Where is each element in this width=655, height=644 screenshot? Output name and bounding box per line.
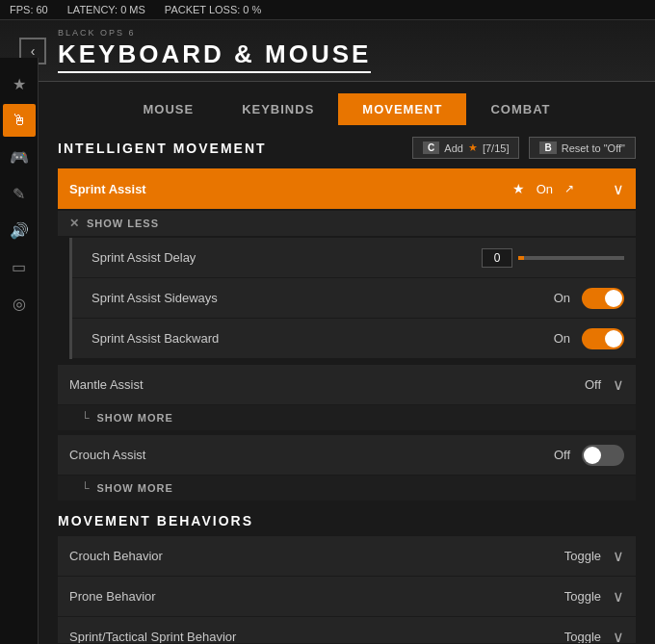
mantle-assist-row[interactable]: Mantle Assist Off ∨: [58, 365, 636, 405]
sprint-assist-star[interactable]: ★: [512, 181, 525, 196]
page-header: ‹ BLACK OPS 6 KEYBOARD & MOUSE: [0, 20, 655, 82]
main-content: INTELLIGENT MOVEMENT C Add ★ [7/15] B Re…: [39, 125, 655, 643]
crouch-assist-label: Crouch Assist: [69, 448, 554, 462]
sidebar-icon-display[interactable]: ▭: [3, 250, 36, 283]
sprint-behavior-chevron: ∨: [613, 628, 624, 643]
sprint-assist-backward-value: On: [554, 331, 570, 346]
star-icon: ★: [468, 142, 478, 154]
sprint-assist-backward-label: Sprint Assist Backward: [92, 331, 554, 346]
sidebar-icon-gamepad[interactable]: 🎮: [3, 141, 36, 173]
mantle-assist-value: Off: [585, 377, 601, 392]
delay-input[interactable]: 0: [482, 248, 512, 268]
sprint-assist-sideways-toggle[interactable]: [582, 288, 624, 309]
sprint-assist-row[interactable]: Sprint Assist ★ On ↗ ∨: [58, 168, 636, 209]
reset-label: Reset to "Off": [562, 142, 625, 154]
tab-movement[interactable]: MOVEMENT: [338, 93, 466, 125]
sprint-assist-sideways-label: Sprint Assist Sideways: [92, 291, 554, 305]
crouch-show-more-bar[interactable]: └ SHOW MORE: [58, 476, 636, 502]
settings-container: Sprint Assist ★ On ↗ ∨ ✕ SHOW LESS Sprin…: [58, 168, 636, 643]
sprint-assist-delay-slider[interactable]: 0: [482, 248, 624, 268]
add-label: Add: [444, 142, 463, 154]
delay-slider-fill: [518, 256, 524, 260]
sidebar: ★ 🖱 🎮 ✎ 🔊 ▭ ◎: [0, 58, 39, 644]
mantle-assist-label: Mantle Assist: [69, 377, 585, 392]
expand-icon-2: └: [81, 481, 90, 495]
sprint-assist-delay-row: Sprint Assist Delay 0: [72, 238, 636, 278]
page-title: KEYBOARD & MOUSE: [58, 39, 371, 73]
packet-loss-counter: PACKET LOSS: 0 %: [165, 4, 261, 15]
mantle-show-more-bar[interactable]: └ SHOW MORE: [58, 405, 636, 431]
reset-button[interactable]: B Reset to "Off": [529, 137, 636, 159]
latency-counter: LATENCY: 0 MS: [67, 4, 145, 15]
crouch-behavior-value: Toggle: [564, 549, 601, 563]
close-icon: ✕: [69, 217, 79, 230]
crouch-assist-toggle[interactable]: [582, 445, 624, 466]
delay-slider-bar[interactable]: [518, 256, 624, 260]
game-logo: BLACK OPS 6: [58, 28, 597, 38]
sprint-assist-backward-row: Sprint Assist Backward On: [72, 319, 636, 359]
crouch-behavior-chevron: ∨: [613, 547, 624, 565]
sprint-behavior-row[interactable]: Sprint/Tactical Sprint Behavior Toggle ∨: [58, 617, 636, 643]
movement-behaviors-title: MOVEMENT BEHAVIORS: [58, 513, 636, 528]
show-less-bar[interactable]: ✕ SHOW LESS: [58, 211, 636, 236]
sprint-assist-chevron: ∨: [613, 180, 624, 198]
sprint-assist-sideways-value: On: [554, 291, 570, 305]
expand-icon: └: [81, 411, 90, 425]
top-bar: FPS: 60 LATENCY: 0 MS PACKET LOSS: 0 %: [0, 0, 655, 20]
sprint-behavior-label: Sprint/Tactical Sprint Behavior: [69, 630, 564, 643]
cursor-area: ↗: [564, 182, 574, 195]
reset-key: B: [539, 142, 556, 154]
tab-combat[interactable]: COMBAT: [466, 93, 574, 125]
crouch-behavior-label: Crouch Behavior: [69, 549, 564, 563]
sidebar-icon-network[interactable]: ◎: [3, 287, 36, 320]
sidebar-icon-edit[interactable]: ✎: [3, 177, 36, 210]
sidebar-icon-star[interactable]: ★: [3, 67, 36, 100]
sprint-assist-backward-toggle[interactable]: [582, 328, 624, 349]
crouch-show-more-label: SHOW MORE: [97, 482, 173, 494]
tab-mouse[interactable]: MOUSE: [118, 93, 218, 125]
sprint-assist-label: Sprint Assist: [69, 182, 512, 196]
sprint-assist-delay-label: Sprint Assist Delay: [92, 250, 482, 265]
prone-behavior-row[interactable]: Prone Behavior Toggle ∨: [58, 577, 636, 617]
sidebar-icon-sound[interactable]: 🔊: [3, 214, 36, 246]
add-favorite-button[interactable]: C Add ★ [7/15]: [412, 137, 519, 159]
movement-behaviors-section: MOVEMENT BEHAVIORS Crouch Behavior Toggl…: [58, 513, 636, 643]
show-less-label: SHOW LESS: [87, 218, 159, 229]
crouch-assist-value: Off: [554, 448, 570, 462]
crouch-behavior-row[interactable]: Crouch Behavior Toggle ∨: [58, 536, 636, 577]
sprint-behavior-value: Toggle: [564, 630, 601, 643]
section-actions: C Add ★ [7/15] B Reset to "Off": [412, 137, 636, 159]
prone-behavior-value: Toggle: [564, 589, 601, 604]
intelligent-movement-title: INTELLIGENT MOVEMENT: [58, 141, 267, 156]
add-key: C: [423, 142, 439, 154]
mantle-assist-chevron: ∨: [613, 375, 624, 394]
prone-behavior-label: Prone Behavior: [69, 589, 564, 604]
tab-keybinds[interactable]: KEYBINDS: [218, 93, 338, 125]
sprint-assist-value: On: [537, 182, 553, 196]
nav-tabs: MOUSE KEYBINDS MOVEMENT COMBAT: [39, 82, 655, 125]
add-counter: [7/15]: [483, 142, 510, 154]
crouch-assist-row[interactable]: Crouch Assist Off: [58, 435, 636, 476]
sidebar-icon-mouse[interactable]: 🖱: [3, 104, 36, 137]
intelligent-movement-header: INTELLIGENT MOVEMENT C Add ★ [7/15] B Re…: [58, 137, 636, 159]
sprint-assist-sub-settings: Sprint Assist Delay 0 Sprint Assist Side…: [69, 238, 636, 359]
mantle-show-more-label: SHOW MORE: [97, 412, 173, 424]
sprint-assist-sideways-row: Sprint Assist Sideways On: [72, 278, 636, 319]
prone-behavior-chevron: ∨: [613, 587, 624, 605]
fps-counter: FPS: 60: [10, 4, 48, 15]
